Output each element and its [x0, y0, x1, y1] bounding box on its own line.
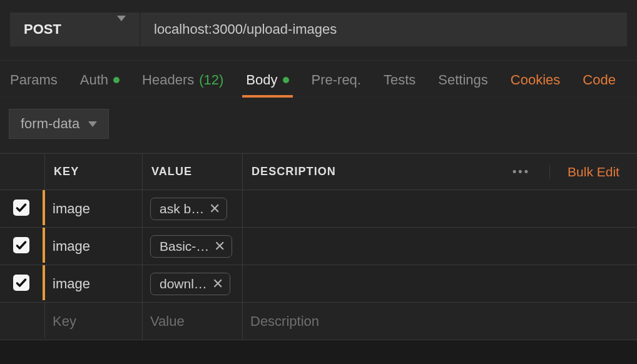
tab-auth[interactable]: Auth [76, 64, 123, 97]
more-options-button[interactable]: ••• [493, 165, 549, 178]
row-check-cell [0, 190, 45, 225]
tab-params[interactable]: Params [6, 64, 61, 97]
table-row: imageask b…✕ [0, 190, 637, 228]
chevron-down-icon [88, 121, 97, 127]
http-method-label: POST [24, 21, 61, 38]
body-type-select[interactable]: form-data [9, 109, 109, 139]
tab-prereq[interactable]: Pre-req. [308, 64, 365, 97]
row-check-cell [0, 265, 45, 300]
tab-headers-count: (12) [199, 72, 223, 88]
file-chip-label: Basic-… [160, 239, 209, 254]
row-checkbox[interactable] [13, 275, 29, 291]
body-type-label: form-data [21, 116, 79, 132]
close-icon[interactable]: ✕ [212, 276, 223, 292]
row-key-input[interactable]: image [45, 190, 143, 227]
tab-tests-label: Tests [384, 72, 415, 88]
bulk-edit-label: Bulk Edit [568, 164, 619, 179]
row-check-placeholder [0, 303, 45, 338]
request-url-input[interactable]: localhost:3000/upload-images [140, 13, 627, 46]
row-value-cell: Basic-…✕ [143, 228, 243, 265]
row-value-cell: ask b…✕ [143, 190, 243, 227]
cookies-link[interactable]: Cookies [507, 64, 564, 97]
file-chip-label: downl… [160, 276, 207, 291]
col-key-header[interactable]: KEY [45, 154, 143, 190]
kv-rows: imageask b…✕imageBasic-…✕imagedownl…✕ [0, 190, 637, 303]
row-description-input[interactable] [243, 228, 637, 265]
row-checkbox[interactable] [13, 237, 29, 253]
table-row: imagedownl…✕ [0, 265, 637, 303]
kv-header-row: KEY VALUE DESCRIPTION ••• Bulk Edit [0, 153, 637, 190]
key-placeholder[interactable]: Key [53, 313, 76, 330]
file-chip[interactable]: ask b…✕ [150, 198, 227, 220]
ellipsis-icon: ••• [512, 165, 530, 178]
value-placeholder[interactable]: Value [150, 313, 185, 330]
tab-settings[interactable]: Settings [434, 64, 492, 97]
col-check [0, 154, 45, 190]
row-description-input[interactable] [243, 190, 637, 227]
request-bar: POST localhost:3000/upload-images [0, 0, 637, 60]
kv-new-row[interactable]: Key Value Description [0, 303, 637, 340]
body-subbar: form-data [0, 97, 637, 153]
tab-params-label: Params [10, 72, 58, 88]
file-chip[interactable]: Basic-…✕ [150, 235, 232, 258]
row-value-cell: downl…✕ [143, 265, 243, 302]
code-link-label: Code [583, 72, 616, 88]
code-link[interactable]: Code [579, 64, 619, 97]
request-tabs: Params Auth Headers (12) Body Pre-req. T… [0, 60, 637, 97]
col-description-header[interactable]: DESCRIPTION [243, 154, 493, 190]
request-url-text: localhost:3000/upload-images [154, 21, 337, 38]
close-icon[interactable]: ✕ [209, 201, 220, 217]
row-check-cell [0, 228, 45, 263]
col-value-header[interactable]: VALUE [143, 154, 243, 190]
tab-body-label: Body [246, 72, 277, 88]
tab-headers[interactable]: Headers (12) [138, 64, 227, 97]
status-dot-icon [113, 77, 120, 83]
tab-headers-label: Headers [142, 72, 194, 88]
file-chip[interactable]: downl…✕ [150, 273, 230, 295]
description-placeholder[interactable]: Description [250, 313, 319, 330]
col-description-label: DESCRIPTION [252, 165, 336, 178]
row-description-input[interactable] [243, 265, 637, 302]
row-checkbox[interactable] [13, 200, 29, 216]
row-key-input[interactable]: image [45, 228, 143, 265]
row-key-input[interactable]: image [45, 265, 143, 302]
file-chip-label: ask b… [160, 201, 204, 216]
status-dot-icon [283, 77, 289, 83]
http-method-select[interactable]: POST [10, 13, 140, 46]
chevron-down-icon [117, 21, 126, 38]
tab-settings-label: Settings [438, 72, 488, 88]
tab-prereq-label: Pre-req. [312, 72, 361, 88]
tab-body[interactable]: Body [242, 64, 292, 97]
table-row: imageBasic-…✕ [0, 228, 637, 265]
cookies-link-label: Cookies [511, 72, 560, 88]
close-icon[interactable]: ✕ [214, 238, 225, 255]
tab-tests[interactable]: Tests [380, 64, 419, 97]
bulk-edit-link[interactable]: Bulk Edit [549, 164, 637, 179]
tab-auth-label: Auth [80, 72, 108, 88]
